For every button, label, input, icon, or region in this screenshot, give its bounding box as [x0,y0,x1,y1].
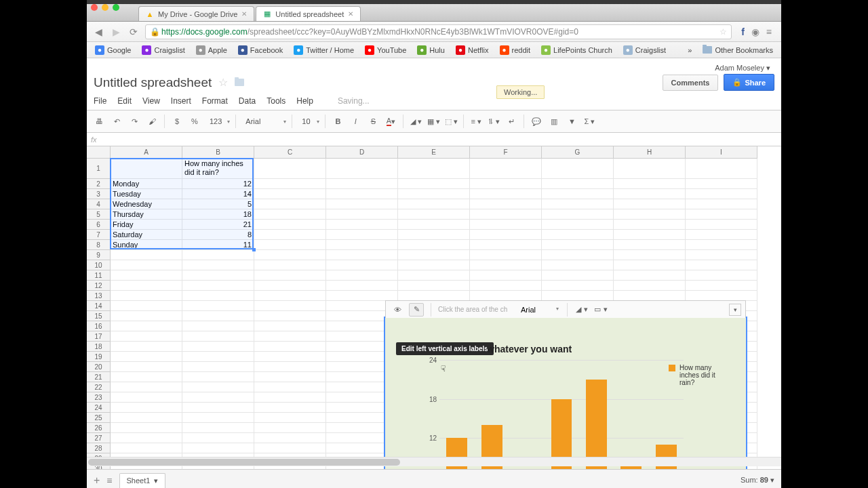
row-header[interactable]: 26 [87,423,111,433]
horizontal-scrollbar[interactable] [87,457,770,466]
cell[interactable] [614,260,686,270]
col-header[interactable]: A [111,146,182,159]
cell[interactable] [614,270,686,281]
bookmark-item[interactable]: ●LifePoints Church [537,44,616,56]
scroll-arrows[interactable] [770,457,781,466]
cell[interactable] [182,331,254,342]
cell[interactable] [182,423,254,433]
cell[interactable] [182,270,254,281]
row-header[interactable]: 5 [87,209,111,220]
row-header[interactable]: 22 [87,382,111,392]
col-header[interactable]: C [254,146,326,159]
cell[interactable] [614,199,686,209]
cell[interactable] [182,342,254,352]
menu-edit[interactable]: Edit [117,96,132,106]
cell[interactable] [182,260,254,270]
cell[interactable]: Tuesday [111,189,182,199]
chart-plot[interactable]: 06121824MondayTuesdayWednesdayThursdayFr… [439,360,684,469]
cell[interactable] [111,281,182,291]
cell[interactable] [111,433,182,443]
row-header[interactable]: 16 [87,321,111,331]
cell[interactable]: Monday [111,179,182,189]
bookmark-item[interactable]: ●reddit [496,44,535,56]
cell[interactable] [398,260,470,270]
cell[interactable] [254,199,326,209]
cell[interactable]: Friday [111,220,182,230]
cell[interactable] [614,250,686,260]
row-header[interactable]: 3 [87,189,111,199]
cell[interactable] [686,189,757,199]
cell[interactable] [111,423,182,433]
cell[interactable] [398,230,470,240]
select-all-corner[interactable] [87,146,111,159]
cell[interactable] [470,240,542,250]
cell[interactable] [182,413,254,423]
doc-title[interactable]: Untitled spreadsheet [94,75,212,90]
cell[interactable] [111,291,182,301]
font-size-select[interactable]: 10 [296,113,321,129]
cell[interactable] [470,260,542,270]
bar[interactable] [586,380,607,469]
cell[interactable] [254,392,326,403]
row-header[interactable]: 4 [87,199,111,209]
row-header[interactable]: 20 [87,362,111,372]
cell[interactable] [542,250,614,260]
row-header[interactable]: 14 [87,301,111,311]
chart-object[interactable]: 👁 ✎ Click the area of the ch Arial ◢ ▾ ▭… [384,317,747,469]
cell[interactable]: Saturday [111,230,182,240]
row-header[interactable]: 28 [87,443,111,453]
currency-icon[interactable]: $ [169,113,185,129]
cell[interactable] [542,220,614,230]
cell[interactable] [542,270,614,281]
cell[interactable] [542,179,614,189]
view-mode-icon[interactable]: 👁 [390,303,405,317]
chart-menu-icon[interactable]: ▾ [729,304,741,316]
cell[interactable] [614,159,686,179]
cell[interactable] [326,179,398,189]
cell[interactable] [254,372,326,382]
folder-icon[interactable] [235,79,244,86]
cell[interactable] [398,281,470,291]
cell[interactable]: 5 [182,199,254,209]
cell[interactable]: Sunday [111,240,182,250]
cell[interactable] [254,342,326,352]
cell[interactable] [614,281,686,291]
cell[interactable] [254,159,326,179]
row-header[interactable]: 27 [87,433,111,443]
cell[interactable] [254,260,326,270]
col-header[interactable]: H [614,146,686,159]
url-field[interactable]: 🔒 https://docs.google.com/spreadsheet/cc… [145,24,732,39]
cell[interactable] [254,179,326,189]
col-header[interactable]: B [182,146,254,159]
cell[interactable] [254,362,326,372]
chrome-menu-icon[interactable]: ≡ [766,26,772,37]
cell[interactable] [254,331,326,342]
browser-tab[interactable]: ▲My Drive - Google Drive✕ [138,6,254,21]
star-icon[interactable]: ☆ [218,76,228,89]
cell[interactable] [326,240,398,250]
cell[interactable] [111,403,182,413]
cell[interactable] [111,250,182,260]
cell[interactable] [111,159,182,179]
cell[interactable] [614,230,686,240]
cell[interactable] [326,199,398,209]
cell[interactable] [542,260,614,270]
row-header[interactable]: 1 [87,159,111,179]
bookmark-item[interactable]: ●Facebook [234,44,287,56]
cell[interactable] [182,443,254,453]
bookmarks-overflow[interactable]: » [684,46,696,54]
valign-icon[interactable]: ⥮ ▾ [486,113,502,129]
cell[interactable] [254,250,326,260]
cell[interactable] [111,352,182,362]
forward-button[interactable]: ▶ [110,26,122,38]
cell[interactable]: 14 [182,189,254,199]
cell[interactable] [686,209,757,220]
cell[interactable] [182,382,254,392]
row-header[interactable]: 10 [87,260,111,270]
cell[interactable] [542,240,614,250]
cell[interactable] [254,403,326,413]
cell[interactable]: How many inches did it rain? [182,159,254,179]
number-format-select[interactable]: 123 [204,113,231,129]
borders-icon[interactable]: ▦ ▾ [425,113,441,129]
cell[interactable] [542,159,614,179]
